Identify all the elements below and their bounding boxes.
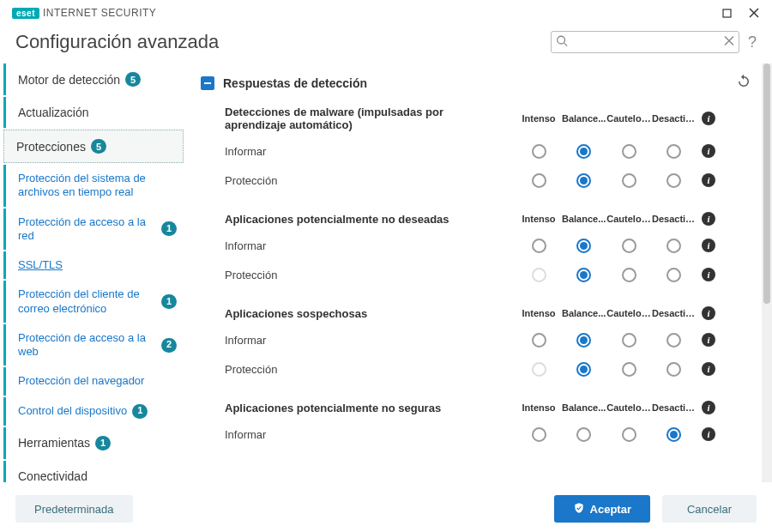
column-label: Balance... — [562, 402, 606, 413]
column-label: Desactiv... — [652, 113, 697, 124]
group-title: Aplicaciones sospechosas — [225, 307, 516, 320]
column-label: Cauteloso — [606, 113, 651, 124]
radio-button[interactable] — [622, 362, 636, 377]
sidebar-item-3[interactable]: Protección del sistema de archivos en ti… — [3, 165, 184, 207]
radio-button[interactable] — [666, 268, 681, 282]
radio-button[interactable] — [576, 362, 591, 377]
settings-group: Detecciones de malware (impulsadas por a… — [196, 104, 757, 210]
sidebar-item-4[interactable]: Protección de acceso a la red1 — [3, 209, 184, 251]
column-label: Cauteloso — [606, 308, 651, 318]
info-icon[interactable]: i — [702, 239, 715, 252]
radio-button[interactable] — [532, 239, 546, 253]
settings-group: Aplicaciones potencialmente no deseadasI… — [196, 210, 757, 305]
radio-button[interactable] — [576, 427, 591, 442]
cancel-button[interactable]: Cancelar — [662, 495, 757, 523]
sidebar-item-0[interactable]: Motor de detección5 — [3, 63, 184, 95]
radio-button[interactable] — [576, 173, 591, 188]
brand-logo: eset — [12, 8, 39, 19]
titlebar: eset INTERNET SECURITY — [0, 0, 772, 26]
undo-icon[interactable] — [736, 74, 751, 92]
window-close-button[interactable] — [741, 2, 767, 24]
sidebar-item-6[interactable]: Protección del cliente de correo electró… — [3, 281, 184, 323]
info-icon[interactable]: i — [702, 427, 715, 441]
content-panel: Respuestas de detección Detecciones de m… — [190, 63, 762, 482]
row-label: Informar — [225, 145, 516, 158]
radio-button[interactable] — [622, 427, 636, 442]
sidebar-badge: 1 — [161, 221, 177, 236]
row-label: Informar — [225, 334, 516, 347]
scrollbar-thumb[interactable] — [763, 63, 770, 304]
radio-button[interactable] — [576, 239, 591, 253]
sidebar-item-9[interactable]: Control del dispositivo1 — [3, 397, 184, 426]
collapse-toggle[interactable] — [201, 76, 214, 90]
sidebar-item-7[interactable]: Protección de acceso a la web2 — [3, 324, 184, 366]
column-label: Desactiv... — [652, 214, 697, 224]
column-label: Balance... — [562, 308, 606, 318]
sidebar-item-label: Protección del cliente de correo electró… — [18, 287, 156, 316]
sidebar-badge: 1 — [161, 294, 177, 309]
info-icon[interactable]: i — [702, 362, 715, 376]
main: Motor de detección5ActualizaciónProtecci… — [0, 63, 772, 482]
info-icon[interactable]: i — [702, 268, 715, 281]
radio-button[interactable] — [622, 144, 636, 159]
sidebar-item-5[interactable]: SSL/TLS — [3, 251, 184, 279]
accept-button[interactable]: Aceptar — [554, 495, 650, 523]
radio-button[interactable] — [622, 268, 636, 282]
sidebar-item-label: Protecciones — [16, 140, 86, 154]
radio-button[interactable] — [576, 144, 591, 159]
sidebar-badge: 5 — [125, 72, 141, 87]
radio-button[interactable] — [666, 144, 681, 159]
radio-button — [532, 268, 546, 282]
column-label: Cauteloso — [606, 402, 651, 413]
svg-rect-0 — [723, 9, 731, 17]
radio-button[interactable] — [622, 239, 636, 253]
radio-button[interactable] — [666, 427, 681, 442]
info-icon[interactable]: i — [702, 173, 715, 187]
radio-button[interactable] — [532, 173, 546, 188]
clear-search-icon[interactable] — [724, 36, 734, 49]
radio-button[interactable] — [622, 173, 636, 188]
radio-button[interactable] — [532, 427, 546, 442]
sidebar-item-label: Protección del sistema de archivos en ti… — [18, 172, 177, 200]
info-icon[interactable]: i — [702, 401, 715, 414]
radio-button[interactable] — [666, 362, 681, 377]
radio-button[interactable] — [666, 333, 681, 348]
info-icon[interactable]: i — [702, 212, 715, 226]
radio-button[interactable] — [666, 173, 681, 188]
radio-button[interactable] — [576, 333, 591, 348]
info-icon[interactable]: i — [702, 112, 715, 125]
row-label: Informar — [225, 428, 516, 441]
content-wrap: Respuestas de detección Detecciones de m… — [190, 63, 772, 482]
info-icon[interactable]: i — [702, 306, 715, 320]
sidebar-item-10[interactable]: Herramientas1 — [3, 427, 184, 459]
radio-button[interactable] — [532, 144, 546, 159]
group-title: Detecciones de malware (impulsadas por a… — [225, 106, 516, 131]
settings-row: Proteccióni — [225, 260, 750, 289]
search-input[interactable] — [551, 31, 739, 53]
help-icon[interactable]: ? — [748, 33, 757, 51]
radio-button[interactable] — [666, 239, 681, 253]
sidebar-item-label: Motor de detección — [18, 73, 120, 87]
window-maximize-button[interactable] — [714, 2, 739, 24]
radio-button[interactable] — [576, 268, 591, 282]
sidebar: Motor de detección5ActualizaciónProtecci… — [3, 63, 190, 482]
sidebar-item-11[interactable]: Conectividad — [3, 461, 184, 483]
settings-group: Aplicaciones sospechosasIntensoBalance..… — [196, 305, 757, 399]
info-icon[interactable]: i — [702, 144, 715, 158]
radio-button — [532, 362, 546, 377]
settings-row: Informari — [225, 231, 750, 260]
scrollbar[interactable] — [762, 63, 772, 482]
sidebar-item-2[interactable]: Protecciones5 — [3, 130, 184, 163]
default-button[interactable]: Predeterminada — [15, 495, 133, 523]
sidebar-item-1[interactable]: Actualización — [3, 97, 184, 128]
column-label: Intenso — [516, 402, 561, 413]
column-label: Balance... — [562, 214, 606, 224]
settings-row: Informari — [225, 325, 750, 354]
sidebar-item-8[interactable]: Protección del navegador — [3, 367, 184, 395]
header-right: ? — [551, 31, 757, 53]
row-label: Protección — [225, 269, 516, 281]
group-title: Aplicaciones potencialmente no deseadas — [225, 213, 516, 226]
radio-button[interactable] — [532, 333, 546, 348]
info-icon[interactable]: i — [702, 333, 715, 347]
radio-button[interactable] — [622, 333, 636, 348]
